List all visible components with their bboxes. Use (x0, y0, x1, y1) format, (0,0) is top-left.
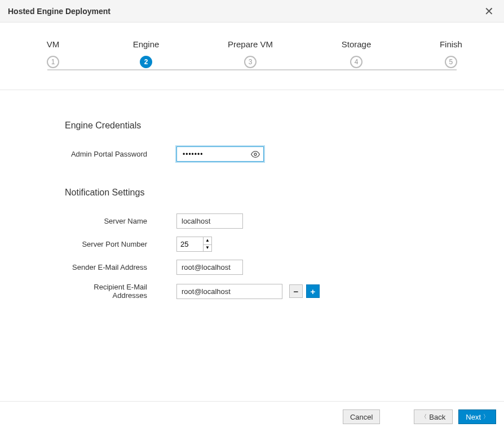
form-group-password: Admin Portal Password (65, 146, 504, 162)
form-group-sender-email: Sender E-Mail Address (65, 260, 504, 275)
form-group-server-name: Server Name (65, 213, 504, 229)
sender-email-input[interactable] (176, 260, 243, 275)
wizard-rail (47, 69, 457, 70)
notification-settings-heading: Notification Settings (65, 188, 504, 198)
next-button[interactable]: Next〉 (458, 409, 496, 424)
port-decrement-button[interactable]: ▼ (203, 244, 212, 252)
step-engine[interactable]: Engine 2 (133, 39, 160, 68)
step-label: Finish (440, 39, 462, 49)
close-icon: ✕ (484, 5, 494, 17)
spinner-buttons: ▲ ▼ (203, 237, 212, 252)
svg-point-0 (254, 153, 257, 155)
chevron-left-icon: 〈 (421, 413, 427, 421)
form-group-recipient-email: Recipient E-Mail Addresses − + (65, 283, 504, 300)
plus-icon: + (311, 287, 316, 296)
step-label: VM (47, 39, 60, 49)
step-vm[interactable]: VM 1 (42, 39, 64, 68)
server-port-input[interactable] (176, 237, 203, 252)
chevron-right-icon: 〉 (483, 413, 489, 421)
add-recipient-button[interactable]: + (306, 284, 320, 298)
server-name-label: Server Name (65, 217, 154, 225)
port-increment-button[interactable]: ▲ (203, 237, 212, 244)
cancel-button[interactable]: Cancel (343, 409, 380, 424)
modal-title: Hosted Engine Deployment (8, 7, 110, 16)
step-circle: 2 (140, 56, 152, 68)
wizard-steps: VM 1 Engine 2 Prepare VM 3 Storage 4 Fin… (0, 23, 504, 90)
next-label: Next (466, 413, 481, 421)
back-label: Back (429, 413, 445, 421)
caret-down-icon: ▼ (205, 246, 210, 250)
recipient-email-input[interactable] (176, 284, 282, 299)
step-storage[interactable]: Storage 4 (342, 39, 372, 68)
engine-credentials-heading: Engine Credentials (65, 121, 504, 131)
step-label: Storage (342, 39, 372, 49)
back-button[interactable]: 〈Back (414, 409, 453, 424)
form-content: Engine Credentials Admin Portal Password… (0, 90, 504, 300)
recipient-email-label: Recipient E-Mail Addresses (65, 283, 154, 300)
server-port-label: Server Port Number (65, 240, 154, 248)
step-circle: 4 (350, 56, 362, 68)
remove-recipient-button[interactable]: − (289, 284, 303, 298)
admin-password-wrap (176, 146, 264, 162)
step-prepare-vm[interactable]: Prepare VM 3 (228, 39, 273, 68)
cancel-label: Cancel (350, 413, 373, 421)
admin-password-label: Admin Portal Password (65, 150, 154, 158)
step-circle: 5 (445, 56, 457, 68)
minus-icon: − (294, 287, 299, 296)
step-circle: 1 (47, 56, 59, 68)
server-port-wrap: ▲ ▼ (176, 237, 212, 252)
server-name-input[interactable] (176, 213, 243, 229)
step-label: Prepare VM (228, 39, 273, 49)
sender-email-label: Sender E-Mail Address (65, 263, 154, 271)
step-circle: 3 (244, 56, 257, 68)
close-button[interactable]: ✕ (482, 3, 496, 19)
recipient-action-buttons: − + (289, 284, 320, 298)
modal-header: Hosted Engine Deployment ✕ (0, 0, 504, 23)
form-group-server-port: Server Port Number ▲ ▼ (65, 237, 504, 252)
step-finish[interactable]: Finish 5 (440, 39, 462, 68)
step-label: Engine (133, 39, 160, 49)
eye-icon (251, 150, 260, 159)
password-visibility-toggle[interactable] (250, 149, 261, 160)
modal-footer: Cancel 〈Back Next〉 (0, 401, 504, 432)
caret-up-icon: ▲ (205, 238, 210, 243)
